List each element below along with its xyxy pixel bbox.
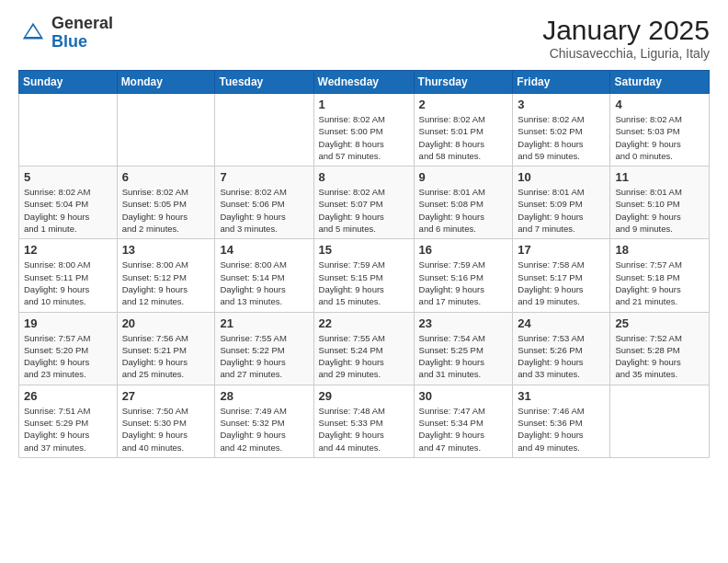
calendar-cell: 4Sunrise: 8:02 AM Sunset: 5:03 PM Daylig… <box>610 94 710 167</box>
day-number: 28 <box>220 389 308 403</box>
weekday-header: Monday <box>117 71 215 94</box>
weekday-header-row: SundayMondayTuesdayWednesdayThursdayFrid… <box>19 71 710 94</box>
day-number: 11 <box>615 170 704 184</box>
calendar-cell: 21Sunrise: 7:55 AM Sunset: 5:22 PM Dayli… <box>215 312 313 385</box>
calendar-cell: 12Sunrise: 8:00 AM Sunset: 5:11 PM Dayli… <box>19 239 118 312</box>
day-info: Sunrise: 7:54 AM Sunset: 5:25 PM Dayligh… <box>419 332 508 381</box>
day-info: Sunrise: 8:02 AM Sunset: 5:05 PM Dayligh… <box>122 186 210 235</box>
month-title: January 2025 <box>542 15 710 46</box>
day-info: Sunrise: 8:02 AM Sunset: 5:04 PM Dayligh… <box>24 186 112 235</box>
day-info: Sunrise: 8:01 AM Sunset: 5:09 PM Dayligh… <box>518 186 605 235</box>
day-number: 22 <box>319 316 409 330</box>
day-number: 31 <box>518 389 605 403</box>
day-info: Sunrise: 7:52 AM Sunset: 5:28 PM Dayligh… <box>615 332 704 381</box>
calendar-cell: 25Sunrise: 7:52 AM Sunset: 5:28 PM Dayli… <box>610 312 710 385</box>
calendar-cell: 5Sunrise: 8:02 AM Sunset: 5:04 PM Daylig… <box>19 167 118 239</box>
calendar-week-row: 19Sunrise: 7:57 AM Sunset: 5:20 PM Dayli… <box>19 312 710 385</box>
weekday-header: Tuesday <box>215 71 313 94</box>
calendar-cell: 22Sunrise: 7:55 AM Sunset: 5:24 PM Dayli… <box>313 312 414 385</box>
calendar-cell: 26Sunrise: 7:51 AM Sunset: 5:29 PM Dayli… <box>19 385 118 457</box>
day-number: 30 <box>419 389 508 403</box>
calendar-cell: 7Sunrise: 8:02 AM Sunset: 5:06 PM Daylig… <box>215 167 313 239</box>
day-number: 3 <box>518 98 605 111</box>
calendar-cell: 17Sunrise: 7:58 AM Sunset: 5:17 PM Dayli… <box>513 239 610 312</box>
logo-blue: Blue <box>51 32 87 51</box>
day-number: 26 <box>24 389 112 403</box>
day-info: Sunrise: 7:50 AM Sunset: 5:30 PM Dayligh… <box>122 405 210 454</box>
weekday-header: Sunday <box>19 71 118 94</box>
calendar-cell: 2Sunrise: 8:02 AM Sunset: 5:01 PM Daylig… <box>414 94 513 167</box>
day-info: Sunrise: 8:02 AM Sunset: 5:03 PM Dayligh… <box>615 113 704 162</box>
calendar-cell <box>19 94 118 167</box>
day-info: Sunrise: 8:02 AM Sunset: 5:07 PM Dayligh… <box>319 186 409 235</box>
day-number: 9 <box>419 170 508 184</box>
day-number: 27 <box>122 389 210 403</box>
day-info: Sunrise: 8:02 AM Sunset: 5:01 PM Dayligh… <box>419 113 508 162</box>
day-info: Sunrise: 7:59 AM Sunset: 5:16 PM Dayligh… <box>419 259 508 307</box>
calendar-cell: 10Sunrise: 8:01 AM Sunset: 5:09 PM Dayli… <box>513 167 610 239</box>
calendar-cell: 30Sunrise: 7:47 AM Sunset: 5:34 PM Dayli… <box>414 385 513 457</box>
weekday-header: Saturday <box>610 71 710 94</box>
calendar-cell: 27Sunrise: 7:50 AM Sunset: 5:30 PM Dayli… <box>117 385 215 457</box>
day-number: 2 <box>419 98 508 111</box>
day-info: Sunrise: 7:56 AM Sunset: 5:21 PM Dayligh… <box>122 332 210 381</box>
calendar-cell: 1Sunrise: 8:02 AM Sunset: 5:00 PM Daylig… <box>313 94 414 167</box>
day-number: 24 <box>518 316 605 330</box>
title-block: January 2025 Chiusavecchia, Liguria, Ita… <box>542 15 710 61</box>
calendar-week-row: 5Sunrise: 8:02 AM Sunset: 5:04 PM Daylig… <box>19 167 710 239</box>
day-info: Sunrise: 7:49 AM Sunset: 5:32 PM Dayligh… <box>220 405 308 454</box>
day-info: Sunrise: 8:00 AM Sunset: 5:12 PM Dayligh… <box>122 259 210 307</box>
day-number: 20 <box>122 316 210 330</box>
day-info: Sunrise: 8:00 AM Sunset: 5:11 PM Dayligh… <box>24 259 112 307</box>
day-number: 23 <box>419 316 508 330</box>
day-number: 13 <box>122 243 210 257</box>
calendar-cell: 24Sunrise: 7:53 AM Sunset: 5:26 PM Dayli… <box>513 312 610 385</box>
day-info: Sunrise: 7:57 AM Sunset: 5:18 PM Dayligh… <box>615 259 704 307</box>
day-info: Sunrise: 7:59 AM Sunset: 5:15 PM Dayligh… <box>319 259 409 307</box>
calendar-cell <box>610 385 710 457</box>
day-info: Sunrise: 7:53 AM Sunset: 5:26 PM Dayligh… <box>518 332 605 381</box>
day-info: Sunrise: 8:02 AM Sunset: 5:00 PM Dayligh… <box>319 113 409 162</box>
day-info: Sunrise: 7:46 AM Sunset: 5:36 PM Dayligh… <box>518 405 605 454</box>
day-info: Sunrise: 8:01 AM Sunset: 5:10 PM Dayligh… <box>615 186 704 235</box>
day-info: Sunrise: 8:00 AM Sunset: 5:14 PM Dayligh… <box>220 259 308 307</box>
calendar-week-row: 1Sunrise: 8:02 AM Sunset: 5:00 PM Daylig… <box>19 94 710 167</box>
weekday-header: Wednesday <box>313 71 414 94</box>
day-number: 8 <box>319 170 409 184</box>
day-number: 17 <box>518 243 605 257</box>
day-number: 12 <box>24 243 112 257</box>
day-number: 25 <box>615 316 704 330</box>
weekday-header: Thursday <box>414 71 513 94</box>
calendar-week-row: 12Sunrise: 8:00 AM Sunset: 5:11 PM Dayli… <box>19 239 710 312</box>
day-number: 21 <box>220 316 308 330</box>
calendar-cell: 20Sunrise: 7:56 AM Sunset: 5:21 PM Dayli… <box>117 312 215 385</box>
location-title: Chiusavecchia, Liguria, Italy <box>542 46 710 61</box>
calendar-cell: 18Sunrise: 7:57 AM Sunset: 5:18 PM Dayli… <box>610 239 710 312</box>
day-info: Sunrise: 7:58 AM Sunset: 5:17 PM Dayligh… <box>518 259 605 307</box>
calendar-cell: 6Sunrise: 8:02 AM Sunset: 5:05 PM Daylig… <box>117 167 215 239</box>
calendar-table: SundayMondayTuesdayWednesdayThursdayFrid… <box>18 70 710 458</box>
logo-general: General <box>51 14 113 32</box>
day-info: Sunrise: 7:55 AM Sunset: 5:22 PM Dayligh… <box>220 332 308 381</box>
day-number: 14 <box>220 243 308 257</box>
calendar-cell: 3Sunrise: 8:02 AM Sunset: 5:02 PM Daylig… <box>513 94 610 167</box>
calendar-cell: 14Sunrise: 8:00 AM Sunset: 5:14 PM Dayli… <box>215 239 313 312</box>
day-number: 1 <box>319 98 409 111</box>
day-number: 29 <box>319 389 409 403</box>
day-info: Sunrise: 7:47 AM Sunset: 5:34 PM Dayligh… <box>419 405 508 454</box>
weekday-header: Friday <box>513 71 610 94</box>
calendar-cell: 9Sunrise: 8:01 AM Sunset: 5:08 PM Daylig… <box>414 167 513 239</box>
day-info: Sunrise: 7:51 AM Sunset: 5:29 PM Dayligh… <box>24 405 112 454</box>
day-info: Sunrise: 8:01 AM Sunset: 5:08 PM Dayligh… <box>419 186 508 235</box>
day-info: Sunrise: 7:55 AM Sunset: 5:24 PM Dayligh… <box>319 332 409 381</box>
day-number: 15 <box>319 243 409 257</box>
day-info: Sunrise: 8:02 AM Sunset: 5:06 PM Dayligh… <box>220 186 308 235</box>
logo-text: General Blue <box>51 15 113 52</box>
calendar-cell: 28Sunrise: 7:49 AM Sunset: 5:32 PM Dayli… <box>215 385 313 457</box>
calendar-cell: 23Sunrise: 7:54 AM Sunset: 5:25 PM Dayli… <box>414 312 513 385</box>
calendar-cell: 11Sunrise: 8:01 AM Sunset: 5:10 PM Dayli… <box>610 167 710 239</box>
day-info: Sunrise: 7:48 AM Sunset: 5:33 PM Dayligh… <box>319 405 409 454</box>
calendar-cell: 8Sunrise: 8:02 AM Sunset: 5:07 PM Daylig… <box>313 167 414 239</box>
calendar-cell: 29Sunrise: 7:48 AM Sunset: 5:33 PM Dayli… <box>313 385 414 457</box>
day-info: Sunrise: 7:57 AM Sunset: 5:20 PM Dayligh… <box>24 332 112 381</box>
